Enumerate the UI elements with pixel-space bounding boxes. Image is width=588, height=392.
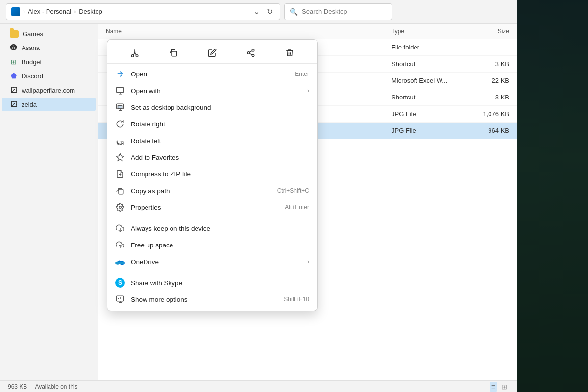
show-more-label: Show more options	[131, 296, 278, 303]
file-size: 964 KB	[470, 127, 509, 134]
file-size: 22 KB	[470, 77, 509, 84]
more-options-icon	[115, 294, 125, 304]
sidebar-item-label: Games	[23, 30, 43, 38]
image-icon2: 🖼	[10, 100, 18, 109]
context-menu-divider1	[107, 218, 317, 218]
context-menu-always-keep[interactable]: Always keep on this device	[107, 220, 317, 237]
breadcrumb-desktop: Desktop	[79, 8, 102, 15]
open-shortcut: Enter	[295, 71, 309, 77]
breadcrumb-sep2: ›	[74, 8, 76, 15]
context-menu-rotate-left[interactable]: Rotate left	[107, 132, 317, 149]
onedrive-arrow: ›	[307, 258, 309, 265]
svg-point-5	[252, 54, 254, 57]
properties-label: Properties	[131, 204, 279, 211]
open-label: Open	[131, 71, 289, 78]
sidebar-item-label: zelda	[22, 101, 37, 108]
sidebar-item-asana[interactable]: 🅐 Asana	[2, 41, 96, 54]
skype-icon-circle: S	[115, 278, 125, 288]
breadcrumb-sep1: ›	[23, 8, 25, 15]
svg-rect-14	[119, 189, 123, 194]
share-button[interactable]	[242, 46, 260, 60]
folder-icon	[10, 30, 19, 38]
context-menu-show-more[interactable]: Show more options Shift+F10	[107, 291, 317, 308]
rename-button[interactable]	[203, 46, 221, 60]
svg-point-15	[119, 206, 122, 209]
sidebar-item-label: wallpaperflare.com_	[22, 87, 78, 94]
zip-icon	[115, 169, 125, 179]
list-view-btn[interactable]: ≡	[490, 382, 497, 392]
sidebar-item-budget[interactable]: ⊞ Budget	[2, 55, 96, 69]
file-type: JPG File	[392, 127, 470, 134]
svg-rect-8	[117, 87, 124, 93]
copy-button[interactable]	[164, 46, 183, 60]
onedrive-label: OneDrive	[131, 258, 301, 266]
cut-button[interactable]	[125, 46, 144, 60]
selected-size: 963 KB	[8, 383, 27, 390]
breadcrumb-personal: Alex - Personal	[28, 8, 71, 15]
svg-point-1	[136, 55, 138, 57]
open-with-label: Open with	[131, 87, 301, 95]
always-keep-label: Always keep on this device	[131, 225, 309, 232]
file-type: JPG File	[392, 110, 470, 118]
file-type: File folder	[392, 44, 470, 51]
context-menu-add-favorites[interactable]: Add to Favorites	[107, 149, 317, 166]
rotate-left-label: Rotate left	[131, 137, 309, 145]
delete-button[interactable]	[280, 46, 299, 60]
open-icon	[115, 69, 125, 79]
svg-rect-2	[172, 51, 177, 56]
properties-shortcut: Alt+Enter	[285, 204, 309, 211]
context-menu-properties[interactable]: Properties Alt+Enter	[107, 199, 317, 216]
context-menu-rotate-right[interactable]: Rotate right	[107, 116, 317, 132]
context-menu-set-desktop[interactable]: Set as desktop background	[107, 99, 317, 116]
view-controls: ≡ ⊞	[490, 382, 509, 392]
breadcrumb[interactable]: › Alex - Personal › Desktop ⌄ ↻	[6, 3, 280, 20]
search-icon: 🔍	[290, 8, 298, 16]
file-list-header: Name Type Size	[98, 24, 517, 39]
context-menu-free-space[interactable]: Free up space	[107, 237, 317, 253]
col-size-header: Size	[470, 28, 509, 35]
excel-icon: ⊞	[10, 57, 18, 66]
file-size: 1,076 KB	[470, 110, 509, 118]
context-menu-open[interactable]: Open Enter	[107, 66, 317, 82]
context-menu-onedrive[interactable]: OneDrive ›	[107, 253, 317, 270]
col-name-header: Name	[106, 28, 392, 35]
breadcrumb-refresh-btn[interactable]: ↻	[265, 6, 275, 17]
desktop-icon	[115, 102, 125, 112]
sidebar-item-discord[interactable]: ⬟ Discord	[2, 69, 96, 83]
svg-marker-11	[117, 154, 124, 161]
sidebar-item-wallpaper[interactable]: 🖼 wallpaperflare.com_	[2, 83, 96, 97]
set-desktop-label: Set as desktop background	[131, 104, 309, 111]
discord-icon: ⬟	[10, 72, 18, 80]
svg-line-7	[250, 51, 252, 52]
context-menu-toolbar	[107, 43, 317, 64]
rotate-right-icon	[115, 119, 125, 129]
status-bar: 963 KB Available on this ≡ ⊞	[0, 380, 517, 392]
svg-rect-18	[116, 262, 124, 264]
star-icon	[115, 152, 125, 162]
sidebar-item-zelda[interactable]: 🖼 zelda	[2, 98, 96, 111]
context-menu-open-with[interactable]: Open with ›	[107, 82, 317, 99]
sidebar: Games 🅐 Asana ⊞ Budget ⬟ Discord 🖼 wallp…	[0, 24, 98, 380]
available-text: Available on this	[35, 383, 77, 390]
col-type-header: Type	[392, 28, 470, 35]
sidebar-item-games[interactable]: Games	[2, 28, 96, 40]
svg-rect-10	[118, 105, 122, 108]
svg-line-6	[250, 53, 252, 55]
search-input[interactable]	[302, 8, 387, 15]
svg-point-3	[252, 49, 254, 52]
context-menu-copy-path[interactable]: Copy as path Ctrl+Shift+C	[107, 182, 317, 199]
context-menu-compress-zip[interactable]: Compress to ZIP file	[107, 166, 317, 182]
context-menu: Open Enter Open with › Set as desktop ba…	[107, 39, 318, 311]
top-bar: › Alex - Personal › Desktop ⌄ ↻ 🔍	[0, 0, 517, 24]
file-type: Shortcut	[392, 60, 470, 68]
onedrive-icon	[115, 257, 125, 267]
copy-path-shortcut: Ctrl+Shift+C	[277, 187, 309, 194]
details-view-btn[interactable]: ⊞	[499, 382, 509, 392]
compress-zip-label: Compress to ZIP file	[131, 171, 309, 178]
context-menu-share-skype[interactable]: S Share with Skype	[107, 274, 317, 291]
sidebar-item-label: Budget	[22, 58, 42, 66]
show-more-shortcut: Shift+F10	[284, 296, 309, 303]
breadcrumb-dropdown-btn[interactable]: ⌄	[251, 6, 262, 17]
breadcrumb-actions: ⌄ ↻	[251, 6, 275, 17]
rotate-left-icon	[115, 136, 125, 146]
